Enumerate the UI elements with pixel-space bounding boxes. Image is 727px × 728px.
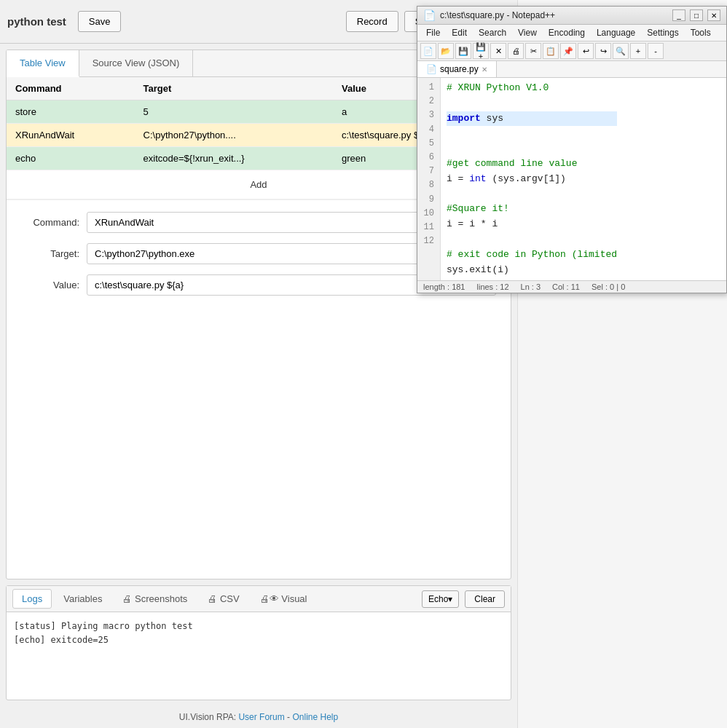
- tb-open[interactable]: 📂: [438, 43, 454, 59]
- log-echo-line: [echo] exitcode=25: [14, 633, 503, 647]
- status-col: Col : 11: [552, 282, 580, 291]
- tab-logs[interactable]: Logs: [12, 589, 52, 609]
- tb-cut[interactable]: ✂: [525, 43, 541, 59]
- online-help-link[interactable]: Online Help: [292, 712, 338, 722]
- col-header-command: Command: [7, 77, 135, 100]
- code-content[interactable]: # XRUN Python V1.0 import sys #get comma…: [441, 78, 623, 280]
- tb-zoomout[interactable]: -: [648, 43, 664, 59]
- menu-language[interactable]: Language: [591, 26, 641, 39]
- maximize-button[interactable]: □: [690, 9, 703, 21]
- log-content: [status] Playing macro python test [echo…: [7, 612, 511, 700]
- footer-text: UI.Vision RPA:: [179, 712, 239, 722]
- add-command-button[interactable]: Add: [241, 176, 275, 193]
- cell-command: store: [7, 100, 135, 124]
- tab-variables[interactable]: Variables: [55, 590, 111, 608]
- tb-zoomin[interactable]: +: [630, 43, 646, 59]
- cell-command: XRunAndWait: [7, 124, 135, 147]
- status-ln: Ln : 3: [521, 282, 541, 291]
- menu-file[interactable]: File: [420, 26, 446, 39]
- cell-command: echo: [7, 147, 135, 170]
- minimize-button[interactable]: _: [672, 9, 685, 21]
- tb-redo[interactable]: ↪: [595, 43, 611, 59]
- notepad-file-tabs: 📄 square.py ✕: [417, 61, 726, 78]
- record-button[interactable]: Record: [346, 11, 398, 32]
- log-tab-bar: Logs Variables 🖨 Screenshots 🖨 CSV 🖨👁 Vi…: [7, 586, 511, 612]
- menu-view[interactable]: View: [512, 26, 543, 39]
- menu-edit[interactable]: Edit: [446, 26, 473, 39]
- line-numbers: 123456789101112: [417, 78, 441, 280]
- notepad-menubar: File Edit Search View Encoding Language …: [417, 25, 726, 41]
- tab-source-view[interactable]: Source View (JSON): [79, 50, 194, 76]
- cell-target: C:\python27\python....: [135, 124, 333, 147]
- notepad-tab-close[interactable]: ✕: [482, 66, 487, 74]
- value-label: Value:: [21, 280, 79, 290]
- menu-search[interactable]: Search: [473, 26, 512, 39]
- notepad-code-area: 123456789101112 # XRUN Python V1.0 impor…: [417, 78, 726, 280]
- chevron-down-icon: ▾: [448, 594, 452, 604]
- tb-undo[interactable]: ↩: [578, 43, 594, 59]
- command-select[interactable]: XRunAndWait: [87, 212, 431, 233]
- cell-target: exitcode=${!xrun_exit...}: [135, 147, 333, 170]
- tb-copy[interactable]: 📋: [543, 43, 559, 59]
- tb-save[interactable]: 💾: [455, 43, 471, 59]
- tab-screenshots[interactable]: 🖨 Screenshots: [114, 590, 196, 608]
- app-title: python test: [7, 15, 66, 28]
- menu-tools[interactable]: Tools: [685, 26, 717, 39]
- notepad-toolbar: 📄 📂 💾 💾+ ✕ 🖨 ✂ 📋 📌 ↩ ↪ 🔍 + -: [417, 41, 726, 61]
- user-forum-link[interactable]: User Forum: [238, 712, 284, 722]
- command-label: Command:: [21, 217, 79, 228]
- notepad-file-icon: 📄: [423, 9, 436, 21]
- tb-print[interactable]: 🖨: [508, 43, 524, 59]
- save-button[interactable]: Save: [78, 11, 122, 32]
- notepad-tab-icon: 📄: [426, 64, 437, 74]
- clear-button[interactable]: Clear: [465, 590, 505, 608]
- notepad-statusbar: length : 181 lines : 12 Ln : 3 Col : 11 …: [417, 280, 726, 293]
- status-length: length : 181: [423, 282, 465, 291]
- notepad-tab-squarepy[interactable]: 📄 square.py ✕: [417, 61, 497, 77]
- notepad-tab-label: square.py: [440, 64, 479, 74]
- visual-icon: 🖨👁: [260, 593, 279, 604]
- close-button[interactable]: ✕: [707, 9, 720, 21]
- tb-saveall[interactable]: 💾+: [473, 43, 489, 59]
- tab-visual[interactable]: 🖨👁 Visual: [251, 590, 316, 608]
- tab-csv[interactable]: 🖨 CSV: [199, 590, 248, 608]
- footer: UI.Vision RPA: User Forum - Online Help: [0, 706, 517, 728]
- echo-label: Echo: [428, 594, 448, 604]
- echo-dropdown[interactable]: Echo ▾: [422, 590, 459, 608]
- tb-new[interactable]: 📄: [420, 43, 436, 59]
- target-label: Target:: [21, 248, 79, 259]
- status-lines: lines : 12: [477, 282, 509, 291]
- tb-close[interactable]: ✕: [490, 43, 506, 59]
- notepad-titlebar: 📄 c:\test\square.py - Notepad++ _ □ ✕: [417, 7, 726, 25]
- cell-target: 5: [135, 100, 333, 124]
- col-header-target: Target: [135, 77, 333, 100]
- command-select-wrapper: XRunAndWait ▾: [87, 212, 431, 233]
- status-sel: Sel : 0 | 0: [592, 282, 625, 291]
- tab-table-view[interactable]: Table View: [7, 50, 79, 77]
- log-status-line: [status] Playing macro python test: [14, 620, 503, 633]
- notepad-window: 📄 c:\test\square.py - Notepad++ _ □ ✕ Fi…: [417, 6, 727, 293]
- target-input[interactable]: [87, 243, 441, 264]
- notepad-title: c:\test\square.py - Notepad++: [440, 10, 668, 20]
- menu-settings[interactable]: Settings: [641, 26, 684, 39]
- camera-icon: 🖨: [122, 593, 132, 604]
- menu-encoding[interactable]: Encoding: [543, 26, 591, 39]
- tb-paste[interactable]: 📌: [560, 43, 576, 59]
- tb-find[interactable]: 🔍: [613, 43, 629, 59]
- footer-separator: -: [285, 712, 293, 722]
- csv-icon: 🖨: [208, 593, 217, 604]
- log-section: Logs Variables 🖨 Screenshots 🖨 CSV 🖨👁 Vi…: [6, 585, 511, 700]
